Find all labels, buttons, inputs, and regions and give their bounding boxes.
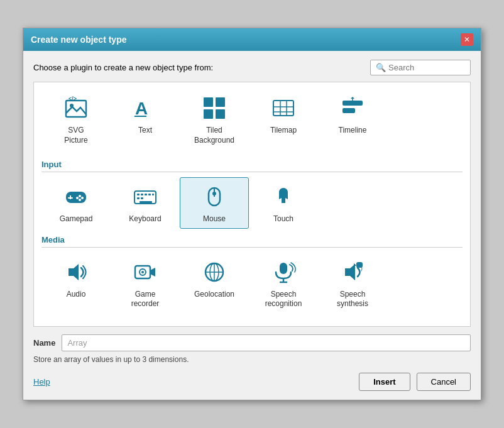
gamepad-label: Gamepad	[60, 214, 93, 224]
bottom-row: Help Insert Cancel	[33, 373, 471, 391]
keyboard-label: Keyboard	[129, 214, 161, 224]
plugin-item-svg-picture[interactable]: </> SVGPicture	[41, 89, 111, 150]
touch-label: Touch	[273, 214, 293, 224]
svg-rect-7	[204, 109, 213, 119]
svg-rect-33	[140, 201, 152, 203]
text-icon: A	[130, 93, 160, 123]
cancel-button[interactable]: Cancel	[417, 373, 471, 391]
audio-label: Audio	[67, 290, 86, 300]
prompt-text: Choose a plugin to create a new object t…	[33, 63, 213, 72]
svg-rect-9	[273, 101, 293, 116]
svg-rect-6	[216, 97, 225, 107]
game-recorder-icon	[130, 257, 160, 287]
svg-marker-37	[68, 264, 79, 280]
plugin-item-game-recorder[interactable]: Gamerecorder	[111, 253, 180, 314]
insert-button[interactable]: Insert	[359, 373, 410, 391]
name-row: Name	[33, 334, 471, 351]
plugin-item-keyboard[interactable]: Keyboard	[111, 177, 180, 229]
geolocation-label: Geolocation	[194, 290, 234, 300]
mouse-icon	[199, 182, 229, 212]
svg-text:</>: </>	[68, 96, 77, 102]
svg-point-21	[79, 195, 81, 197]
top-row: Choose a plugin to create a new object t…	[33, 60, 471, 75]
plugin-item-audio[interactable]: Audio	[41, 253, 111, 314]
plugin-item-tiled-background[interactable]: TiledBackground	[180, 89, 249, 150]
text-label: Text	[138, 126, 152, 136]
name-input[interactable]	[62, 334, 471, 351]
timeline-label: Timeline	[339, 126, 367, 136]
section-grid-media: Audio Gamerecorder	[41, 253, 463, 314]
plugin-item-speech-recognition[interactable]: Speechrecognition	[249, 253, 318, 314]
svg-point-36	[212, 192, 216, 195]
svg-rect-29	[148, 194, 151, 195]
svg-rect-50	[356, 262, 363, 268]
svg-rect-15	[342, 108, 355, 113]
svg-rect-8	[216, 109, 225, 119]
touch-icon	[268, 182, 299, 212]
close-button[interactable]: ✕	[461, 33, 473, 46]
speech-synthesis-label: Speechsynthesis	[337, 290, 368, 309]
plugin-item-mouse[interactable]: Mouse	[180, 177, 249, 229]
speech-synthesis-icon	[337, 257, 368, 287]
section-grid-input: Gamepad	[41, 177, 463, 229]
title-bar: Create new object type ✕	[23, 28, 481, 51]
plugin-item-gamepad[interactable]: Gamepad	[41, 177, 111, 229]
gamepad-icon	[61, 182, 91, 212]
svg-picture-icon: </>	[61, 93, 91, 123]
help-link[interactable]: Help	[33, 377, 50, 387]
svg-rect-31	[137, 197, 140, 199]
search-box[interactable]: 🔍	[370, 60, 471, 75]
timeline-icon	[337, 93, 368, 123]
tiled-bg-icon	[199, 93, 229, 123]
svg-point-24	[76, 197, 79, 199]
tilemap-label: Tilemap	[270, 126, 297, 136]
section-header-media: Media	[41, 231, 463, 248]
plugin-item-tilemap[interactable]: Tilemap	[249, 89, 318, 150]
svg-marker-49	[345, 264, 355, 280]
plugin-item-text[interactable]: A Text	[111, 89, 180, 150]
dialog-body: Choose a plugin to create a new object t…	[23, 51, 481, 400]
svg-rect-46	[280, 263, 287, 274]
button-group: Insert Cancel	[359, 373, 471, 391]
plugin-grid-container[interactable]: </> SVGPicture A Text	[33, 82, 471, 327]
section-header-input: Input	[41, 156, 463, 172]
keyboard-icon	[130, 182, 160, 212]
svg-text:A: A	[135, 99, 148, 118]
geolocation-icon	[199, 257, 229, 287]
tilemap-icon	[268, 93, 299, 123]
svg-rect-30	[152, 194, 154, 195]
mouse-label: Mouse	[203, 214, 226, 224]
svg-rect-26	[137, 194, 140, 195]
dialog-title: Create new object type	[31, 35, 127, 45]
svg-point-41	[141, 271, 144, 273]
svg-point-22	[81, 197, 84, 199]
plugin-item-timeline[interactable]: Timeline	[318, 89, 387, 150]
plugin-item-touch[interactable]: Touch	[249, 177, 318, 229]
tiled-bg-label: TiledBackground	[194, 126, 234, 145]
speech-recognition-label: Speechrecognition	[265, 290, 302, 309]
svg-marker-17	[351, 97, 354, 99]
audio-icon	[61, 257, 91, 287]
plugin-grid-inner: </> SVGPicture A Text	[34, 82, 470, 322]
plugin-item-geolocation[interactable]: Geolocation	[180, 253, 249, 314]
game-recorder-label: Gamerecorder	[131, 290, 160, 309]
svg-rect-0	[66, 101, 86, 117]
svg-point-23	[79, 199, 81, 201]
svg-rect-5	[204, 97, 213, 107]
plugin-item-speech-synthesis[interactable]: Speechsynthesis	[318, 253, 387, 314]
speech-recognition-icon	[268, 257, 299, 287]
name-label: Name	[33, 338, 55, 348]
svg-rect-28	[145, 194, 147, 195]
description-text: Store an array of values in up to 3 dime…	[33, 355, 471, 364]
partial-items-row: </> SVGPicture A Text	[41, 89, 463, 155]
search-input[interactable]	[388, 63, 465, 72]
svg-picture-label: SVGPicture	[64, 126, 87, 145]
svg-rect-20	[68, 197, 73, 199]
svg-rect-32	[141, 197, 143, 199]
search-icon: 🔍	[376, 63, 386, 72]
create-object-dialog: Create new object type ✕ Choose a plugin…	[23, 28, 481, 400]
svg-rect-27	[141, 194, 143, 195]
